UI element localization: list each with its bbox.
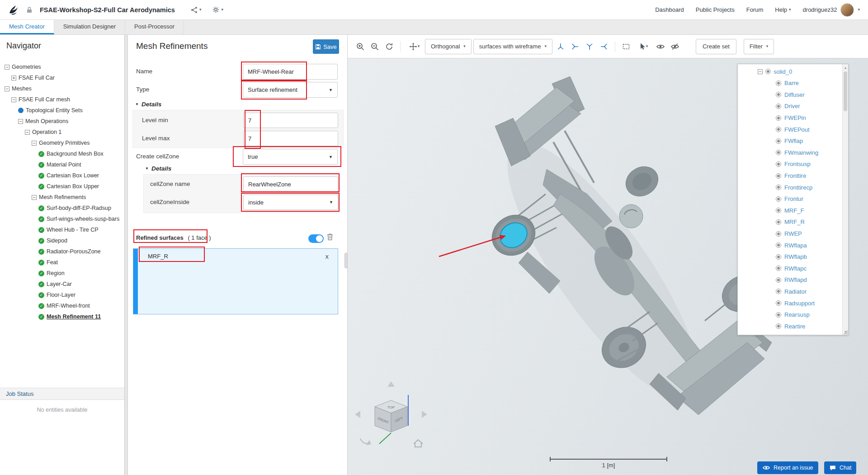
tree-item-cartesian-box-upper[interactable]: ✓Cartesian Box Upper xyxy=(0,181,124,192)
tree-item-floor-layer[interactable]: ✓Floor-Layer xyxy=(0,290,124,300)
part-item-fwepin[interactable]: FWEPin xyxy=(738,112,848,124)
tab-simulation-designer[interactable]: Simulation Designer xyxy=(54,20,125,34)
tree-item-feat[interactable]: ✓Feat xyxy=(0,257,124,268)
part-item-fwmainwing[interactable]: FWmainwing xyxy=(738,147,848,159)
visibility-icon[interactable] xyxy=(776,277,781,283)
collapse-icon[interactable]: − xyxy=(758,69,763,74)
refined-surfaces-toggle[interactable] xyxy=(308,234,324,243)
visibility-icon[interactable] xyxy=(776,312,781,318)
create-cellzone-select[interactable]: true ▼ xyxy=(243,149,338,165)
scrollbar-thumb[interactable] xyxy=(844,71,847,111)
cellzone-name-input[interactable] xyxy=(243,176,338,192)
zoom-in-button[interactable] xyxy=(354,40,367,53)
tab-mesh-creator[interactable]: Mesh Creator xyxy=(0,20,54,34)
reset-view-button[interactable] xyxy=(383,40,396,53)
hide-selection-button[interactable] xyxy=(669,40,681,53)
tree-item-cartesian-box-lower[interactable]: ✓Cartesian Box Lower xyxy=(0,170,124,181)
part-root-solid-0[interactable]: − solid_0 xyxy=(738,66,848,77)
visibility-icon[interactable] xyxy=(776,173,781,179)
home-view-icon[interactable] xyxy=(414,440,423,447)
rotate-left-arrow[interactable] xyxy=(355,411,360,418)
part-item-rwflapb[interactable]: RWflapb xyxy=(738,251,848,263)
navigation-cube[interactable]: TOP FRONT LEFT xyxy=(355,381,427,447)
collapse-icon[interactable]: − xyxy=(32,195,37,200)
select-tool-button[interactable]: ▾ xyxy=(634,40,652,53)
cellzone-details-toggle[interactable]: ▼ Details xyxy=(145,165,171,172)
part-item-driver[interactable]: Driver xyxy=(738,100,848,112)
part-item-radiator[interactable]: Radiator xyxy=(738,286,848,298)
simscale-logo[interactable] xyxy=(8,4,21,16)
tab-post-processor[interactable]: Post-Processor xyxy=(125,20,184,34)
tree-item-mesh-operations[interactable]: −Mesh Operations xyxy=(0,116,124,127)
view-axis-y-button[interactable] xyxy=(569,40,581,53)
visibility-icon[interactable] xyxy=(776,115,781,121)
collapse-icon[interactable]: − xyxy=(11,97,16,102)
expand-icon[interactable]: + xyxy=(11,76,16,81)
username[interactable]: drodriguez32 xyxy=(803,6,837,13)
name-input[interactable] xyxy=(243,64,338,80)
tree-item-sidepod[interactable]: ✓Sidepod xyxy=(0,235,124,246)
tree-item-fsae-full-car[interactable]: +FSAE Full Car xyxy=(0,72,124,83)
tree-item-geometries[interactable]: −Geometries xyxy=(0,62,124,72)
visibility-icon[interactable] xyxy=(776,92,781,97)
tree-item-mrf-wheel-front[interactable]: ✓MRF-Wheel-front xyxy=(0,300,124,311)
nav-link-public-projects[interactable]: Public Projects xyxy=(696,6,735,13)
visibility-icon[interactable] xyxy=(776,242,781,248)
nav-link-forum[interactable]: Forum xyxy=(746,6,764,13)
cellzone-inside-select[interactable]: inside ▼ xyxy=(243,195,338,210)
visibility-icon[interactable] xyxy=(776,300,781,306)
visibility-icon[interactable] xyxy=(765,69,771,74)
surface-selection-box[interactable]: MRF_R x xyxy=(133,248,338,314)
tree-item-surf-wings-wheels-susp-bars[interactable]: ✓Surf-wings-wheels-susp-bars xyxy=(0,214,124,224)
part-item-fronttire[interactable]: Fronttire xyxy=(738,170,848,182)
nav-link-help[interactable]: Help▾ xyxy=(775,6,791,13)
visibility-icon[interactable] xyxy=(776,323,781,329)
visibility-icon[interactable] xyxy=(776,254,781,260)
part-item-diffuser[interactable]: Diffuser xyxy=(738,89,848,101)
pan-tool-button[interactable]: ▾ xyxy=(405,40,423,53)
collapse-icon[interactable]: − xyxy=(25,130,30,135)
project-settings-button[interactable]: ▾ xyxy=(209,4,226,15)
user-avatar[interactable] xyxy=(840,3,854,17)
visibility-icon[interactable] xyxy=(776,81,781,86)
projection-dropdown[interactable]: Orthogonal ▾ xyxy=(425,39,472,54)
part-item-reartirecp[interactable]: ReartireCP xyxy=(738,332,848,335)
collapse-icon[interactable]: − xyxy=(18,119,23,124)
part-item-rwep[interactable]: RWEP xyxy=(738,228,848,240)
report-issue-button[interactable]: Report an issue xyxy=(757,461,818,474)
panel-resize-handle[interactable] xyxy=(344,253,348,268)
tree-item-material-point[interactable]: ✓Material Point xyxy=(0,159,124,170)
rotate-right-arrow[interactable] xyxy=(422,411,427,418)
tree-item-region[interactable]: ✓Region xyxy=(0,268,124,279)
fsae-car-model[interactable] xyxy=(485,76,772,415)
part-item-fronttirecp[interactable]: Fronttirecp xyxy=(738,181,848,193)
visibility-icon[interactable] xyxy=(776,104,781,109)
visibility-icon[interactable] xyxy=(776,127,781,132)
type-select[interactable]: Surface refinement ▼ xyxy=(243,82,338,98)
level-min-input[interactable] xyxy=(243,113,338,128)
create-set-button[interactable]: Create set xyxy=(696,39,736,54)
visibility-icon[interactable] xyxy=(776,150,781,155)
visibility-icon[interactable] xyxy=(776,138,781,144)
view-iso-button[interactable] xyxy=(598,40,610,53)
tree-item-fsae-full-car-mesh[interactable]: −FSAE Full Car mesh xyxy=(0,94,124,105)
collapse-icon[interactable]: − xyxy=(5,65,9,70)
tree-item-topological-entity-sets[interactable]: Topological Entity Sets xyxy=(0,105,124,116)
part-item-frontur[interactable]: Frontur xyxy=(738,193,848,205)
visibility-icon[interactable] xyxy=(776,289,781,294)
save-button[interactable]: Save xyxy=(313,39,339,54)
tree-item-mesh-refinements[interactable]: −Mesh Refinements xyxy=(0,192,124,203)
zoom-out-button[interactable] xyxy=(368,40,381,53)
collapse-icon[interactable]: − xyxy=(32,141,37,146)
parts-panel-resize-grip[interactable] xyxy=(843,330,848,334)
view-axis-z-button[interactable] xyxy=(583,40,596,53)
filter-dropdown[interactable]: Filter ▾ xyxy=(744,39,774,54)
tree-item-meshes[interactable]: −Meshes xyxy=(0,83,124,94)
part-item-radsupport[interactable]: Radsupport xyxy=(738,297,848,309)
collapse-icon[interactable]: − xyxy=(5,86,9,91)
part-item-mrf-r[interactable]: MRF_R xyxy=(738,216,848,228)
level-max-input[interactable] xyxy=(243,131,338,146)
rotate-up-arrow[interactable] xyxy=(387,381,395,387)
visibility-icon[interactable] xyxy=(776,219,781,225)
scroll-up-arrow[interactable]: ▴ xyxy=(843,64,848,71)
